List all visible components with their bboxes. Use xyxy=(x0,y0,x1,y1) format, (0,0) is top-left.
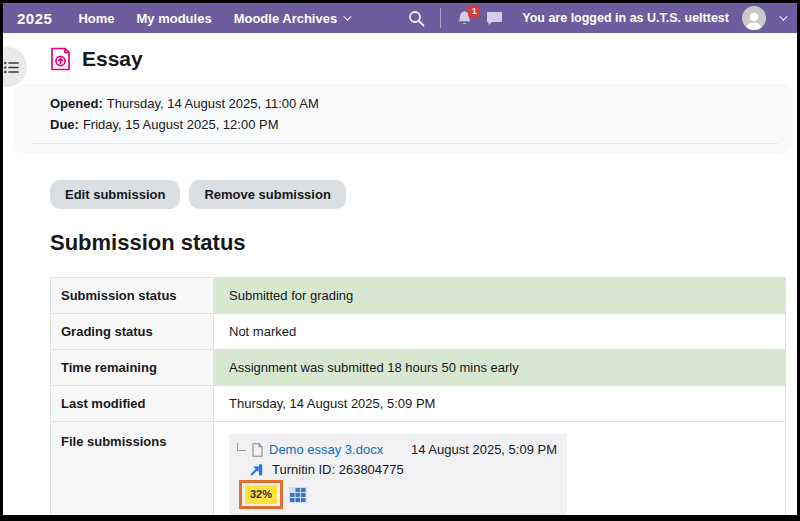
page-title-row: Essay xyxy=(50,47,797,71)
remove-submission-button[interactable]: Remove submission xyxy=(189,180,345,209)
due-label: Due: xyxy=(50,117,79,132)
row-value: Submitted for grading xyxy=(214,278,786,314)
turnitin-id-text: Turnitin ID: 263804775 xyxy=(272,462,404,477)
file-line: Demo essay 3.docx 14 August 2025, 5:09 P… xyxy=(237,442,557,457)
nav-item-moodle-archives[interactable]: Moodle Archives xyxy=(234,11,350,26)
table-row-time-remaining: Time remaining Assignment was submitted … xyxy=(51,350,786,386)
panel-divider xyxy=(32,143,778,144)
notifications-bell-icon[interactable]: 1 xyxy=(456,10,473,27)
table-row-file-submissions: File submissions Demo essay 3.docx 14 Au… xyxy=(51,422,786,521)
row-label: Submission status xyxy=(51,278,214,314)
due-value: Friday, 15 August 2025, 12:00 PM xyxy=(83,117,279,132)
document-icon xyxy=(252,443,263,457)
navbar-left: 2025 Home My modules Moodle Archives xyxy=(17,10,349,27)
list-icon xyxy=(4,61,19,74)
assignment-icon xyxy=(50,47,71,71)
chevron-down-icon xyxy=(343,12,351,20)
search-icon[interactable] xyxy=(408,10,425,27)
user-avatar[interactable] xyxy=(742,6,766,30)
top-navbar: 2025 Home My modules Moodle Archives 1 xyxy=(3,3,797,33)
file-date: 14 August 2025, 5:09 PM xyxy=(411,442,557,457)
row-value: Thursday, 14 August 2025, 5:09 PM xyxy=(214,386,786,422)
nav-item-my-modules[interactable]: My modules xyxy=(137,11,212,26)
row-label: File submissions xyxy=(51,422,214,521)
table-row-grading-status: Grading status Not marked xyxy=(51,314,786,350)
tree-connector xyxy=(237,443,246,451)
notification-count-badge: 1 xyxy=(468,5,480,17)
table-row-submission-status: Submission status Submitted for grading xyxy=(51,278,786,314)
similarity-line: 32% xyxy=(239,480,557,509)
submission-actions: Edit submission Remove submission xyxy=(50,180,797,209)
course-index-toggle-button[interactable] xyxy=(0,47,27,87)
turnitin-icon xyxy=(249,463,263,477)
brand-year[interactable]: 2025 xyxy=(17,10,52,27)
row-label: Grading status xyxy=(51,314,214,350)
row-value: Not marked xyxy=(214,314,786,350)
row-value: Assignment was submitted 18 hours 50 min… xyxy=(214,350,786,386)
navbar-right: 1 You are logged in as U.T.S. uelttest xyxy=(408,6,785,30)
opened-value: Thursday, 14 August 2025, 11:00 AM xyxy=(107,96,319,111)
page-title: Essay xyxy=(82,47,143,71)
turnitin-line: Turnitin ID: 263804775 xyxy=(249,462,557,477)
table-row-last-modified: Last modified Thursday, 14 August 2025, … xyxy=(51,386,786,422)
file-link[interactable]: Demo essay 3.docx xyxy=(269,442,383,457)
nav-item-label: Home xyxy=(78,11,114,26)
row-label: Last modified xyxy=(51,386,214,422)
turnitin-similarity-badge[interactable]: 32% xyxy=(245,485,277,504)
due-date-line: Due:Friday, 15 August 2025, 12:00 PM xyxy=(50,114,792,135)
annotation-highlight-box: 32% xyxy=(239,480,283,509)
nav-item-label: Moodle Archives xyxy=(234,11,338,26)
turnitin-grid-icon[interactable] xyxy=(289,487,307,503)
messages-icon[interactable] xyxy=(486,10,503,26)
opened-date-line: Opened:Thursday, 14 August 2025, 11:00 A… xyxy=(50,93,792,114)
activity-dates-panel: Opened:Thursday, 14 August 2025, 11:00 A… xyxy=(14,84,792,153)
navbar-divider xyxy=(440,8,441,28)
page-root: 2025 Home My modules Moodle Archives 1 xyxy=(0,0,800,521)
row-label: Time remaining xyxy=(51,350,214,386)
submission-status-table: Submission status Submitted for grading … xyxy=(50,277,786,521)
nav-links: Home My modules Moodle Archives xyxy=(78,11,349,26)
edit-submission-button[interactable]: Edit submission xyxy=(50,180,180,209)
user-menu-chevron-icon[interactable] xyxy=(779,12,787,20)
nav-item-label: My modules xyxy=(137,11,212,26)
opened-label: Opened: xyxy=(50,96,103,111)
submission-status-heading: Submission status xyxy=(50,230,797,256)
file-submission-box: Demo essay 3.docx 14 August 2025, 5:09 P… xyxy=(229,434,567,518)
logged-in-text: You are logged in as U.T.S. uelttest xyxy=(522,11,729,25)
nav-item-home[interactable]: Home xyxy=(78,11,114,26)
